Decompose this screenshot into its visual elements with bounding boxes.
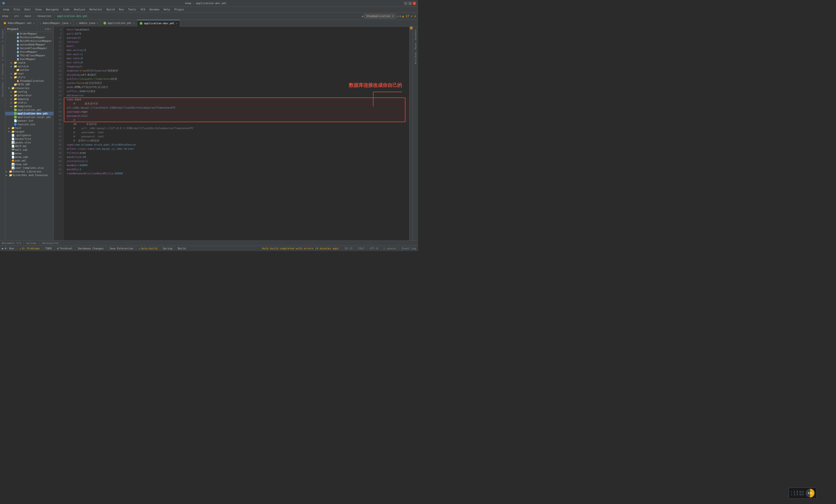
menu-item-tools[interactable]: Tools bbox=[126, 7, 138, 12]
breadcrumb-resources[interactable]: resources bbox=[37, 15, 52, 18]
navigate-back-icon[interactable]: ◀ bbox=[361, 15, 363, 18]
tree-item-8[interactable]: ▶📁realm bbox=[5, 61, 54, 64]
tab-close-adminmapper-java[interactable]: ✕ bbox=[70, 22, 71, 24]
tree-item-33[interactable]: 📄mvnw bbox=[5, 152, 54, 155]
breadcrumb-project[interactable]: shop bbox=[2, 15, 8, 18]
tree-item-20[interactable]: ▶📁templates bbox=[5, 104, 54, 108]
tree-item-37[interactable]: 📊user_template.xlsx bbox=[5, 166, 54, 170]
menu-item-vcs[interactable]: VCS bbox=[139, 7, 147, 12]
db-changes-status[interactable]: Database Changes bbox=[78, 247, 103, 250]
tree-item-18[interactable]: ▶📁mapping bbox=[5, 97, 54, 101]
breadcrumb-main[interactable]: main bbox=[25, 15, 31, 18]
menu-item-file[interactable]: File bbox=[12, 7, 22, 12]
code-line-14: max-wait: 1 bbox=[67, 52, 409, 56]
menu-item-build[interactable]: Build bbox=[105, 7, 117, 12]
tree-item-0[interactable]: IOrderMapper bbox=[5, 32, 54, 36]
tree-item-24[interactable]: 📄banner.txt bbox=[5, 119, 54, 123]
tree-item-9[interactable]: ▶📁service bbox=[5, 64, 54, 68]
tree-item-10[interactable]: 📁setter bbox=[5, 68, 54, 72]
tree-item-32[interactable]: 🗃️mall.sql bbox=[5, 148, 54, 152]
tree-item-29[interactable]: 📄Dockerfile bbox=[5, 137, 54, 141]
close-button[interactable]: ✕ bbox=[413, 2, 416, 5]
problems-status[interactable]: ⚠ 6: Problems bbox=[20, 247, 40, 250]
tab-close-admin-java[interactable]: ✕ bbox=[97, 22, 98, 24]
code-content[interactable]: host: localhost port: 6379 password: let… bbox=[64, 26, 409, 177]
event-log[interactable]: Event Log bbox=[402, 247, 416, 250]
menu-item-plugin[interactable]: Plugin bbox=[172, 7, 186, 12]
tree-item-6[interactable]: IThirdClassMapper bbox=[5, 54, 54, 57]
menu-item-shop[interactable]: shop bbox=[1, 7, 12, 12]
tree-item-3[interactable]: IsecondAddrMapper bbox=[5, 43, 54, 46]
tree-item-1[interactable]: IPermissionMapper bbox=[5, 36, 54, 39]
tree-item-30[interactable]: 📊goods.xlsx bbox=[5, 141, 54, 144]
spring-status[interactable]: Spring bbox=[163, 247, 172, 250]
sidebar-collapse-icon[interactable]: — bbox=[50, 27, 52, 31]
tree-item-12[interactable]: ▶📁utils bbox=[5, 75, 54, 79]
tree-item-4[interactable]: ISecondClassMapper bbox=[5, 46, 54, 50]
menu-item-analyze[interactable]: Analyze bbox=[72, 7, 87, 12]
run-status[interactable]: ▶ 4: Run bbox=[2, 247, 14, 250]
tree-item-38[interactable]: ▶📁External Libraries bbox=[5, 170, 54, 173]
wordbook-tab[interactable]: Word Book bbox=[414, 52, 417, 64]
vtab-favorites[interactable]: 2: Favorites bbox=[1, 62, 4, 81]
code-editor[interactable]: 8910111213141516171819202122232425262728… bbox=[54, 26, 413, 240]
menu-item-navigate[interactable]: Navigate bbox=[44, 7, 61, 12]
tab-close-application-dev-yml[interactable]: ✕ bbox=[176, 22, 177, 25]
tree-item-7[interactable]: IUserMapper bbox=[5, 57, 54, 61]
tree-item-15[interactable]: ▼📁resources bbox=[5, 86, 54, 90]
refresh-icon[interactable]: ↺ bbox=[397, 15, 398, 18]
tree-item-28[interactable]: 📄.gitignore bbox=[5, 134, 54, 137]
build-status[interactable]: Build bbox=[178, 247, 186, 250]
autobuild-status[interactable]: ⚠ Auto-build bbox=[139, 247, 157, 250]
tree-item-13[interactable]: CShopApplication bbox=[5, 79, 54, 83]
menu-item-edit[interactable]: Edit bbox=[22, 7, 33, 12]
run-config-dropdown[interactable]: ShopApplication ▾ bbox=[364, 14, 396, 18]
tab-admin-java[interactable]: ☕Admin.java✕ bbox=[74, 20, 101, 26]
tree-item-34[interactable]: 📄mvnw.cmd bbox=[5, 155, 54, 159]
terminal-status[interactable]: ⊟ Terminal bbox=[57, 247, 73, 250]
tree-item-2[interactable]: IRolePermissionMapper bbox=[5, 39, 54, 43]
vtab-project[interactable]: 1: Project bbox=[1, 27, 4, 43]
menu-item-help[interactable]: Help bbox=[162, 7, 172, 12]
minimize-button[interactable]: ─ bbox=[404, 2, 407, 5]
tree-item-11[interactable]: ▶📁test bbox=[5, 72, 54, 75]
todo-status[interactable]: TODO bbox=[45, 247, 52, 250]
menu-item-code[interactable]: Code bbox=[61, 7, 72, 12]
tab-close-application-yml[interactable]: ✕ bbox=[133, 22, 134, 24]
breadcrumb-src[interactable]: src bbox=[14, 15, 19, 18]
tree-item-26[interactable]: ▶📁test bbox=[5, 126, 54, 130]
tab-adminmapper-xml[interactable]: 🔶AdminMapper.xml✕ bbox=[1, 20, 37, 26]
breadcrumb-file[interactable]: application-dev.yml bbox=[57, 15, 88, 18]
tree-item-25[interactable]: 🔷favicon.ico bbox=[5, 123, 54, 126]
tab-application-yml[interactable]: 🟢application.yml✕ bbox=[101, 20, 137, 26]
menu-item-run[interactable]: Run bbox=[117, 7, 126, 12]
maximize-button[interactable]: □ bbox=[408, 2, 412, 5]
tree-item-27[interactable]: ▼📁target bbox=[5, 130, 54, 134]
tree-item-5[interactable]: IStoreMapper bbox=[5, 50, 54, 54]
maven-tab[interactable]: Maven bbox=[414, 43, 417, 49]
database-tab[interactable]: Database bbox=[414, 30, 417, 40]
tree-item-23[interactable]: 🟢application-local.yml bbox=[5, 115, 54, 119]
tree-item-39[interactable]: ▶📁Scratches and Consoles bbox=[5, 173, 54, 177]
build-icon[interactable]: ⚙ bbox=[399, 15, 401, 18]
sidebar-expand-icon[interactable]: ⊞ bbox=[48, 27, 49, 31]
tab-close-adminmapper-xml[interactable]: ✕ bbox=[33, 22, 35, 24]
menu-item-refactor[interactable]: Refactor bbox=[88, 7, 104, 12]
tree-item-14[interactable]: 📁META-INF bbox=[5, 83, 54, 86]
tab-adminmapper-java[interactable]: ☕AdminMapper.java✕ bbox=[37, 20, 74, 26]
tab-application-dev-yml[interactable]: 🟢application-dev.yml✕ bbox=[137, 20, 180, 26]
tree-item-22[interactable]: 🟢application-dev.yml bbox=[5, 112, 54, 115]
menu-item-window[interactable]: Window bbox=[148, 7, 162, 12]
tree-item-19[interactable]: ▶📁static bbox=[5, 101, 54, 104]
tree-item-21[interactable]: 🟢application.yml bbox=[5, 108, 54, 112]
tree-item-16[interactable]: ▶📁config bbox=[5, 90, 54, 94]
menu-item-view[interactable]: View bbox=[33, 7, 44, 12]
tree-item-31[interactable]: 📄HELP.md bbox=[5, 144, 54, 148]
sidebar-settings-icon[interactable]: ⚙ bbox=[45, 27, 46, 31]
vtab-persistence[interactable]: Persistence bbox=[1, 81, 4, 98]
tree-item-35[interactable]: 🔶pom.xml bbox=[5, 159, 54, 162]
vtab-structure[interactable]: 2: Structure bbox=[1, 43, 4, 62]
java-enterprise-status[interactable]: Java Enterprise bbox=[109, 247, 133, 250]
tree-item-17[interactable]: ▶📁generator bbox=[5, 94, 54, 97]
tree-item-36[interactable]: 📊shop.iml bbox=[5, 162, 54, 166]
